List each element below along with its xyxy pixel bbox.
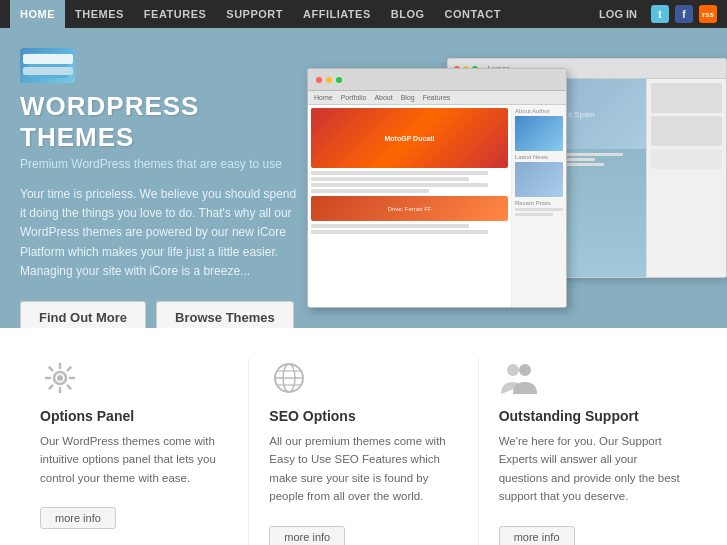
rss-icon[interactable]: rss: [699, 5, 717, 23]
twitter-icon[interactable]: t: [651, 5, 669, 23]
right-label-3: Recent Posts: [515, 200, 563, 206]
right-news-img: [515, 162, 563, 197]
find-out-more-button[interactable]: Find Out More: [20, 301, 146, 328]
hero-subtitle: Premium WordPress themes that are easy t…: [20, 157, 300, 171]
hero-section: WORDPRESS THEMES Premium WordPress theme…: [0, 28, 727, 328]
svg-point-11: [519, 364, 531, 376]
svg-rect-0: [28, 53, 68, 78]
nav-right: LOG IN t f rss: [599, 5, 717, 23]
sidebar-block-1: [651, 83, 722, 113]
screenshot-front-right: About Author Latest News Recent Posts: [511, 105, 566, 307]
front-car-image: Drive: Ferrari FF: [311, 196, 508, 221]
right-label-1: About Author: [515, 108, 563, 114]
feature-support: Outstanding Support We're here for you. …: [479, 358, 707, 545]
front-car-label: Drive: Ferrari FF: [388, 206, 432, 212]
svg-rect-2: [30, 67, 66, 75]
feature-options-text: Our WordPress themes come with intuitive…: [40, 432, 228, 487]
screenshot-back-sidebar: [646, 79, 726, 277]
feature-seo-text: All our premium themes come with Easy to…: [269, 432, 457, 506]
sidebar-block-3: [651, 149, 722, 169]
feature-seo: SEO Options All our premium themes come …: [249, 358, 478, 545]
screenshot-front-header: [308, 69, 566, 91]
nav-item-features[interactable]: FEATURES: [134, 0, 216, 28]
front-text-5: [311, 224, 469, 228]
login-link[interactable]: LOG IN: [599, 8, 637, 20]
sidebar-block-2: [651, 116, 722, 146]
right-label-2: Latest News: [515, 154, 563, 160]
sfn-item-2: Portfolio: [341, 94, 367, 101]
feature-support-more-btn[interactable]: more info: [499, 526, 575, 545]
sfn-item-3: About: [374, 94, 392, 101]
front-text-2: [311, 177, 469, 181]
sfn-item-1: Home: [314, 94, 333, 101]
nav-item-support[interactable]: SUPPORT: [216, 0, 293, 28]
nav-item-themes[interactable]: THEMES: [65, 0, 134, 28]
feature-options-title: Options Panel: [40, 408, 228, 424]
browse-themes-button[interactable]: Browse Themes: [156, 301, 294, 328]
hero-logo: [20, 48, 75, 83]
sfn-item-4: Blog: [401, 94, 415, 101]
svg-point-4: [57, 375, 63, 381]
front-text-6: [311, 230, 488, 234]
feature-options-more-btn[interactable]: more info: [40, 507, 116, 529]
features-section: Options Panel Our WordPress themes come …: [0, 328, 727, 545]
sf-dot-green: [336, 77, 342, 83]
hero-buttons: Find Out More Browse Themes: [20, 301, 300, 328]
sfn-item-5: Features: [423, 94, 451, 101]
people-icon: [499, 360, 539, 396]
people-icon-wrap: [499, 358, 539, 398]
screenshot-front-nav: Home Portfolio About Blog Features: [308, 91, 566, 105]
nav-item-blog[interactable]: BLOG: [381, 0, 435, 28]
facebook-icon[interactable]: f: [675, 5, 693, 23]
screenshot-front-body: MotoGP Ducati Drive: Ferrari FF About Au…: [308, 105, 566, 307]
nav-links: HOME THEMES FEATURES SUPPORT AFFILIATES …: [10, 0, 511, 28]
right-post-line-1: [515, 208, 563, 211]
sf-dot-red: [316, 77, 322, 83]
front-text-1: [311, 171, 488, 175]
sf-dot-yellow: [326, 77, 332, 83]
nav-item-affiliates[interactable]: AFFILIATES: [293, 0, 381, 28]
globe-icon-wrap: [269, 358, 309, 398]
screenshot-front-left: MotoGP Ducati Drive: Ferrari FF: [308, 105, 511, 307]
right-author-img: [515, 116, 563, 151]
right-post-line-2: [515, 213, 553, 216]
front-text-4: [311, 189, 429, 193]
front-hero-image: MotoGP Ducati: [311, 108, 508, 168]
logo-icon: [28, 53, 68, 78]
feature-support-text: We're here for you. Our Support Experts …: [499, 432, 687, 506]
nav-item-contact[interactable]: CONTACT: [435, 0, 511, 28]
svg-point-10: [507, 364, 519, 376]
nav-item-home[interactable]: HOME: [10, 0, 65, 28]
front-hero-label: MotoGP Ducati: [384, 135, 434, 142]
hero-content: WORDPRESS THEMES Premium WordPress theme…: [20, 91, 300, 328]
gear-icon-wrap: [40, 358, 80, 398]
hero-body-text: Your time is priceless. We believe you s…: [20, 185, 300, 281]
feature-seo-more-btn[interactable]: more info: [269, 526, 345, 545]
screenshot-front: Home Portfolio About Blog Features MotoG…: [307, 68, 567, 308]
globe-icon: [271, 360, 307, 396]
front-text-3: [311, 183, 488, 187]
feature-seo-title: SEO Options: [269, 408, 457, 424]
feature-options-panel: Options Panel Our WordPress themes come …: [20, 358, 249, 545]
gear-icon: [42, 360, 78, 396]
hero-title: WORDPRESS THEMES: [20, 91, 300, 153]
feature-support-title: Outstanding Support: [499, 408, 687, 424]
navbar: HOME THEMES FEATURES SUPPORT AFFILIATES …: [0, 0, 727, 28]
hero-screenshots: Lunar Latest work from hot Spain: [307, 38, 727, 328]
svg-rect-1: [30, 56, 66, 64]
